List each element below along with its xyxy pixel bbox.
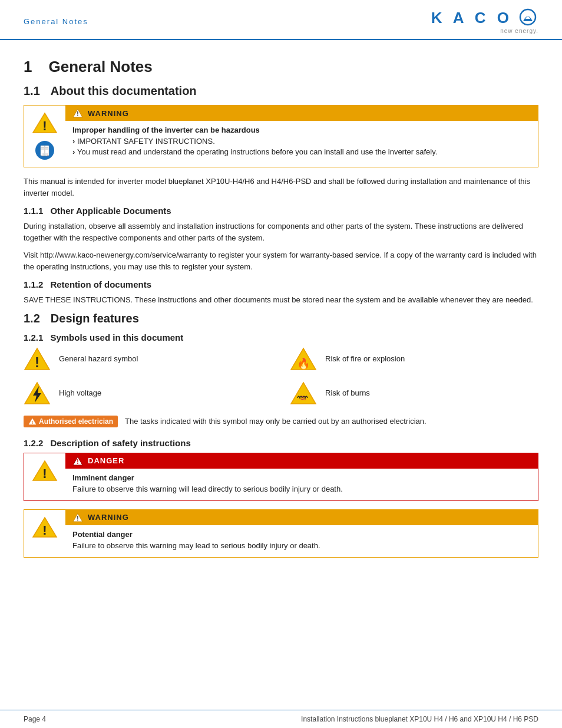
- auth-badge: ! Authorised electrician: [24, 416, 118, 427]
- warning-body-1: Improper handling of the inverter can be…: [65, 121, 538, 163]
- danger-box: ! ! DANGER Imminent danger Failure to ob…: [24, 453, 538, 501]
- footer-right: Installation Instructions blueplanet XP1…: [301, 715, 538, 723]
- warning2-bold-text: Potential danger: [72, 530, 133, 539]
- general-hazard-icon: !: [24, 347, 51, 371]
- svg-rect-7: [41, 149, 44, 150]
- svg-text:!: !: [42, 466, 47, 481]
- warning-content-1: ! WARNING Improper handling of the inver…: [65, 106, 538, 167]
- symbol-high-voltage: High voltage: [24, 381, 272, 405]
- section-1-2-heading: 1.2Design features: [24, 312, 538, 325]
- page-header: General Notes K A C O new energy.: [0, 0, 562, 40]
- svg-text:🔥: 🔥: [297, 357, 310, 370]
- list-item: IMPORTANT SAFETY INSTRUCTIONS.: [72, 137, 531, 146]
- warning-triangle-icon: !: [32, 111, 58, 134]
- other-docs-text-1: During installation, observe all assembl…: [24, 220, 538, 243]
- svg-text:!: !: [77, 515, 78, 522]
- warning-header-2: ! WARNING: [65, 510, 538, 525]
- header-title: General Notes: [24, 17, 88, 26]
- logo-text: K A C O: [431, 9, 513, 27]
- logo-icon: [517, 8, 538, 28]
- symbol-general-hazard-label: General hazard symbol: [59, 354, 138, 363]
- svg-text:≋: ≋: [300, 393, 307, 403]
- warning-icon-col-2: !: [24, 510, 65, 557]
- main-content: 1General Notes 1.1About this documentati…: [0, 40, 562, 578]
- warning-icon-col-1: ! 📖: [24, 106, 65, 167]
- svg-text:!: !: [35, 354, 39, 370]
- fire-explosion-icon: 🔥: [290, 347, 317, 371]
- svg-text:!: !: [42, 118, 47, 133]
- section-1-2-2-heading: 1.2.2Description of safety instructions: [24, 438, 538, 448]
- high-voltage-icon: [24, 381, 51, 405]
- auth-badge-label: Authorised electrician: [39, 417, 113, 426]
- warning-box-1: ! 📖: [24, 105, 538, 167]
- warning-header-icon: !: [72, 108, 83, 118]
- danger-triangle-icon: !: [32, 459, 58, 482]
- retention-text: SAVE THESE INSTRUCTIONS. These instructi…: [24, 294, 538, 306]
- logo-subtitle: new energy.: [500, 28, 538, 34]
- danger-body-text: Failure to observe this warning will lea…: [72, 485, 531, 493]
- section-1-2-1-heading: 1.2.1Symbols used in this document: [24, 332, 538, 342]
- svg-text:!: !: [77, 111, 78, 117]
- danger-header-icon: !: [72, 456, 83, 466]
- warning2-header-label: WARNING: [88, 513, 129, 522]
- auth-row: ! Authorised electrician The tasks indic…: [24, 416, 538, 427]
- danger-body: Imminent danger Failure to observe this …: [65, 469, 538, 500]
- chapter-1-heading: 1General Notes: [24, 58, 538, 76]
- auth-badge-icon: !: [28, 418, 37, 425]
- intro-text: This manual is intended for inverter mod…: [24, 176, 538, 199]
- danger-content: ! DANGER Imminent danger Failure to obse…: [65, 453, 538, 500]
- svg-rect-6: [41, 147, 44, 148]
- symbol-fire-label: Risk of fire or explosion: [325, 354, 405, 363]
- svg-rect-9: [45, 149, 48, 150]
- symbol-fire-explosion: 🔥 Risk of fire or explosion: [290, 347, 538, 371]
- section-1-1-heading: 1.1About this documentation: [24, 84, 538, 98]
- warning-bold-text: Improper handling of the inverter can be…: [72, 126, 260, 134]
- burns-icon: ≋: [290, 381, 317, 405]
- danger-icon-col: !: [24, 453, 65, 500]
- warning2-header-icon: !: [72, 513, 83, 522]
- symbol-high-voltage-label: High voltage: [59, 388, 101, 397]
- warning2-triangle-icon: !: [32, 516, 58, 538]
- warning-content-2: ! WARNING Potential danger Failure to ob…: [65, 510, 538, 557]
- symbol-general-hazard: ! General hazard symbol: [24, 347, 272, 371]
- svg-text:!: !: [42, 523, 47, 538]
- warning-header-1: ! WARNING: [65, 106, 538, 121]
- footer-left: Page 4: [24, 715, 46, 723]
- page: General Notes K A C O new energy. 1Gener…: [0, 0, 562, 728]
- warning-items-list: IMPORTANT SAFETY INSTRUCTIONS. You must …: [72, 137, 531, 156]
- warning2-body-text: Failure to observe this warning may lead…: [72, 541, 531, 550]
- section-1-1-2-heading: 1.1.2Retention of documents: [24, 279, 538, 289]
- svg-text:!: !: [32, 420, 34, 425]
- danger-header-label: DANGER: [88, 456, 124, 465]
- symbol-burns-label: Risk of burns: [325, 388, 370, 397]
- warning-header-label: WARNING: [88, 109, 129, 118]
- other-docs-text-2: Visit http://www.kaco-newenergy.com/serv…: [24, 249, 538, 272]
- warning2-body: Potential danger Failure to observe this…: [65, 525, 538, 557]
- danger-header: ! DANGER: [65, 453, 538, 469]
- svg-text:📖: 📖: [42, 151, 48, 157]
- symbols-grid: ! General hazard symbol 🔥 Risk of fire o…: [24, 347, 538, 405]
- section-1-1-1-heading: 1.1.1Other Applicable Documents: [24, 206, 538, 216]
- svg-text:!: !: [77, 459, 78, 465]
- auth-desc: The tasks indicated with this symbol may…: [125, 416, 538, 427]
- list-item: You must read and understand the operati…: [72, 147, 531, 156]
- book-icon: 📖: [33, 140, 57, 161]
- page-footer: Page 4 Installation Instructions bluepla…: [0, 710, 562, 728]
- svg-rect-8: [45, 147, 48, 148]
- warning-box-2: ! ! WARNING Potential danger Failure to …: [24, 509, 538, 558]
- danger-bold-text: Imminent danger: [72, 473, 134, 482]
- symbol-burns: ≋ Risk of burns: [290, 381, 538, 405]
- logo-area: K A C O new energy.: [431, 8, 538, 34]
